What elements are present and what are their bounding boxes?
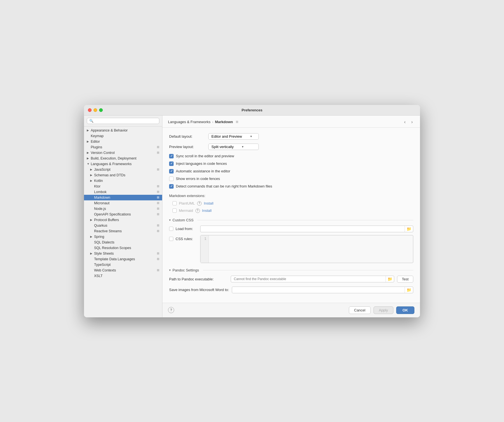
settings-icon: ⊞: [157, 257, 159, 261]
show-errors-checkbox[interactable]: [169, 177, 174, 181]
sidebar-item-protocol-buffers[interactable]: ▶ Protocol Buffers: [84, 217, 162, 223]
sidebar-item-javascript[interactable]: ▶ JavaScript ⊞: [84, 167, 162, 172]
sidebar-item-openapi[interactable]: OpenAPI Specifications ⊞: [84, 212, 162, 217]
settings-icon: ⊞: [157, 196, 159, 199]
load-from-folder-button[interactable]: 📁: [405, 226, 413, 232]
main-content-area: 🔍 ▶ Appearance & Behavior Keymap ▶: [84, 116, 420, 317]
sidebar-item-quarkus[interactable]: Quarkus ⊞: [84, 223, 162, 228]
settings-icon: ⊞: [157, 268, 159, 272]
nav-forward-button[interactable]: ›: [410, 119, 414, 125]
default-layout-label: Default layout:: [169, 134, 206, 139]
sidebar-item-build-execution[interactable]: ▶ Build, Execution, Deployment: [84, 156, 162, 161]
search-input-wrap[interactable]: 🔍: [87, 118, 159, 124]
sync-scroll-checkbox[interactable]: [169, 154, 174, 158]
sidebar-item-style-sheets[interactable]: ▶ Style Sheets ⊞: [84, 251, 162, 256]
sidebar-item-spring[interactable]: ▶ Spring: [84, 234, 162, 240]
help-button[interactable]: ?: [168, 307, 174, 313]
sidebar-item-sql-resolution[interactable]: SQL Resolution Scopes: [84, 245, 162, 251]
sidebar-item-lombok[interactable]: Lombok ⊞: [84, 189, 162, 195]
sidebar-item-version-control[interactable]: ▶ Version Control ⊞: [84, 150, 162, 156]
sidebar-item-editor[interactable]: ▶ Editor: [84, 139, 162, 144]
sidebar-item-web-contexts[interactable]: Web Contexts ⊞: [84, 268, 162, 273]
sync-scroll-row: Sync scroll in the editor and preview: [169, 154, 413, 158]
sidebar-item-xslt[interactable]: XSLT: [84, 273, 162, 279]
sidebar-item-schemas-dtds[interactable]: ▶ Schemas and DTDs: [84, 172, 162, 178]
default-layout-dropdown[interactable]: Editor and Preview ▾: [208, 133, 259, 140]
minimize-button[interactable]: [94, 108, 97, 112]
pandoc-path-input[interactable]: [231, 276, 386, 282]
maximize-button[interactable]: [99, 108, 103, 112]
sidebar-item-keymap[interactable]: Keymap: [84, 133, 162, 139]
plantuml-install-link[interactable]: Install: [204, 201, 213, 205]
custom-css-section: Load from: 📁 CSS rules: 1: [169, 226, 413, 263]
css-rules-editor[interactable]: 1: [200, 235, 413, 263]
footer-left: ?: [168, 307, 174, 313]
mermaid-checkbox[interactable]: [172, 208, 177, 213]
apply-button[interactable]: Apply: [374, 306, 393, 314]
pandoc-folder-button[interactable]: 📁: [386, 276, 394, 282]
pandoc-test-button[interactable]: Test: [397, 276, 413, 283]
sidebar-item-plugins[interactable]: Plugins ⊞: [84, 144, 162, 150]
tree-arrow: ▶: [90, 174, 94, 177]
preview-layout-dropdown[interactable]: Split vertically ▾: [208, 144, 259, 150]
code-area[interactable]: [209, 235, 413, 263]
auto-assist-checkbox[interactable]: [169, 169, 174, 174]
sidebar-item-typescript[interactable]: TypeScript: [84, 262, 162, 268]
sidebar-item-template-data[interactable]: Template Data Languages ⊞: [84, 256, 162, 262]
load-from-label: Load from:: [176, 227, 198, 231]
sidebar-item-micronaut[interactable]: Micronaut ⊞: [84, 200, 162, 206]
sidebar-item-languages-frameworks[interactable]: ▼ Languages & Frameworks: [84, 161, 162, 167]
load-from-input[interactable]: [200, 226, 405, 232]
window-title: Preferences: [242, 108, 262, 112]
inject-languages-checkbox[interactable]: [169, 161, 174, 166]
settings-icon: ⊞: [157, 252, 159, 255]
close-button[interactable]: [88, 108, 92, 112]
sidebar-item-appearance-behavior[interactable]: ▶ Appearance & Behavior: [84, 128, 162, 133]
mermaid-help-icon[interactable]: ?: [195, 208, 200, 213]
pandoc-section-header[interactable]: ▾ Pandoc Settings: [169, 268, 413, 272]
plantuml-help-icon[interactable]: ?: [197, 201, 202, 206]
sync-scroll-label: Sync scroll in the editor and preview: [176, 154, 234, 158]
tree-arrow: ▶: [90, 179, 94, 182]
preview-layout-row: Preview layout: Split vertically ▾: [169, 144, 413, 150]
sidebar-item-label: JavaScript: [94, 168, 156, 172]
sidebar-item-sql-dialects[interactable]: SQL Dialects: [84, 240, 162, 245]
search-box: 🔍: [84, 116, 162, 126]
sidebar-item-nodejs[interactable]: Node.js ⊞: [84, 206, 162, 212]
cancel-button[interactable]: Cancel: [349, 306, 371, 314]
tree-arrow: ▶: [87, 129, 91, 132]
sidebar-item-label: TypeScript: [94, 263, 159, 267]
sidebar-item-label: Editor: [91, 140, 159, 144]
load-from-checkbox[interactable]: [169, 227, 173, 231]
sidebar-item-markdown[interactable]: Markdown ⊞: [84, 195, 162, 200]
settings-icon: ⊞: [157, 229, 159, 233]
css-rules-checkbox[interactable]: [169, 237, 173, 241]
sidebar-item-label: Template Data Languages: [94, 257, 156, 261]
sidebar-item-kotlin[interactable]: ▶ Kotlin: [84, 178, 162, 184]
detect-commands-label: Detect commands that can be run right fr…: [176, 184, 272, 188]
inject-languages-row: Inject languages in code fences: [169, 161, 413, 166]
mermaid-install-link[interactable]: Install: [202, 208, 212, 213]
sidebar-item-label: Protocol Buffers: [94, 218, 159, 222]
save-images-folder-button[interactable]: 📁: [405, 287, 413, 293]
sidebar-item-reactive-streams[interactable]: Reactive Streams ⊞: [84, 228, 162, 234]
pandoc-path-label: Path to Pandoc executable:: [169, 277, 228, 281]
search-input[interactable]: [95, 119, 157, 123]
plantuml-ext-row: PlantUML ? Install: [172, 201, 413, 206]
traffic-lights: [88, 108, 103, 112]
preview-layout-value: Split vertically: [211, 145, 234, 149]
sidebar-item-ktor[interactable]: Ktor ⊞: [84, 184, 162, 189]
tree-arrow: ▶: [87, 151, 91, 154]
sidebar-item-label: Keymap: [91, 134, 159, 138]
save-images-input[interactable]: [232, 287, 405, 293]
breadcrumb-separator: ›: [212, 120, 213, 124]
custom-css-section-header[interactable]: ▾ Custom CSS: [169, 218, 413, 222]
plantuml-checkbox[interactable]: [172, 201, 177, 205]
detect-commands-checkbox[interactable]: [169, 184, 174, 189]
sidebar-item-label: OpenAPI Specifications: [94, 212, 156, 216]
inject-languages-label: Inject languages in code fences: [176, 161, 227, 166]
main-header: Languages & Frameworks › Markdown ⊞ ‹ ›: [162, 116, 420, 128]
nav-back-button[interactable]: ‹: [402, 119, 407, 125]
save-images-input-wrap: 📁: [232, 287, 413, 293]
ok-button[interactable]: OK: [396, 306, 415, 314]
